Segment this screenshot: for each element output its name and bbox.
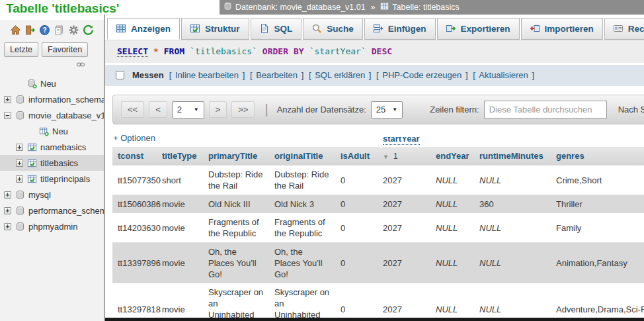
prev-page-button[interactable]: < [149,101,167,118]
sidebar-item-titleprincipals[interactable]: +titleprincipals [0,171,104,187]
sql-keyword-link[interactable]: SELECT [117,46,148,57]
cell-runtimeminutes[interactable]: NULL [474,283,551,321]
home-icon[interactable] [10,24,21,36]
cell-originaltitle[interactable]: Skyscraper on an Uninhabited Island 3 [269,283,335,321]
column-header-runtimeminutes[interactable]: runtimeMinutes [474,147,551,165]
cell-startyear[interactable]: 2027 [378,243,430,284]
column-header-genres[interactable]: genres [551,147,644,165]
cell-endyear[interactable]: NULL [430,165,474,195]
cell-genres[interactable]: Adventure,Drama,Sci-Fi [551,283,644,321]
link-inline-bearbeiten[interactable]: Inline bearbeiten [175,70,239,80]
cell-tconst[interactable]: tt14203630 [112,213,157,243]
cell-genres[interactable]: Animation,Fantasy [551,243,644,284]
expand-icon[interactable]: + [4,207,11,214]
sidebar-item-namebasics[interactable]: +namebasics [0,139,104,155]
sidebar-item-neu[interactable]: Neu [0,123,104,139]
collapse-icon[interactable]: − [4,112,11,119]
cell-isadult[interactable]: 0 [335,213,378,243]
help-icon[interactable]: ? [39,24,50,36]
tab-suche[interactable]: Suche [303,18,363,40]
cell-primarytitle[interactable]: Fragments of the Republic [203,213,269,243]
cell-isadult[interactable]: 0 [335,195,378,214]
cell-endyear[interactable]: NULL [430,213,474,243]
cell-runtimeminutes[interactable]: 360 [474,195,551,214]
sidebar-item-performance-schema[interactable]: +performance_schema [0,203,104,218]
cell-startyear[interactable]: 2027 [378,213,430,243]
cell-primarytitle[interactable]: Old Nick III [203,195,269,214]
link-bearbeiten[interactable]: Bearbeiten [256,70,298,80]
column-header-primarytitle[interactable]: primaryTitle [203,147,269,165]
cell-isadult[interactable]: 0 [335,243,378,284]
last-page-button[interactable]: >> [231,101,255,118]
profiling-checkbox[interactable] [116,71,124,79]
breadcrumb-database-link[interactable]: Datenbank: movie_database_v1.01 [235,3,366,12]
cell-titletype[interactable]: short [157,165,203,195]
records-count-select[interactable]: 25 ▼ [371,101,403,118]
cell-primarytitle[interactable]: Dubstep: Ride the Rail [203,165,269,195]
cell-startyear[interactable]: 2027 [378,165,430,195]
tab-struktur[interactable]: Struktur [181,18,249,40]
exit-icon[interactable] [24,24,36,36]
sidebar-item-phpmyadmin[interactable]: +phpmyadmin [0,218,104,234]
options-toggle-link[interactable]: + Optionen [113,133,155,143]
cell-originaltitle[interactable]: Oh, the Places You'll Go! [269,243,335,284]
cell-titletype[interactable]: movie [157,195,203,214]
cell-startyear[interactable]: 2027 [378,195,430,214]
tab-importieren[interactable]: Importieren [521,18,603,40]
expand-icon[interactable]: + [16,144,23,151]
cell-isadult[interactable]: 0 [335,165,378,195]
sidebar-item-neu[interactable]: Neu [0,75,104,91]
page-select[interactable]: 2 ▼ [172,101,204,118]
cell-endyear[interactable]: NULL [430,243,474,284]
link-aktualisieren[interactable]: Aktualisieren [479,70,528,80]
cell-primarytitle[interactable]: Oh, the Places You'll Go! [203,243,269,284]
cell-endyear[interactable]: NULL [430,195,474,214]
sidebar-item-movie-database-v1-01[interactable]: −movie_database_v1.01 [0,107,104,123]
sidebar-item-information-schema[interactable]: +information_schema [0,91,104,107]
column-header-startyear[interactable]: startYear▼1 [378,147,430,165]
cell-tconst[interactable]: tt15077350 [112,165,157,195]
column-header-originaltitle[interactable]: originalTitle [269,147,335,165]
cell-genres[interactable]: Crime,Short [551,165,644,195]
breadcrumb-table-link[interactable]: Tabelle: titlebasics [392,3,459,12]
cell-startyear[interactable]: 2027 [378,283,430,321]
cell-titletype[interactable]: movie [157,213,203,243]
cell-originaltitle[interactable]: Fragments of the Republic [269,213,335,243]
column-header-isadult[interactable]: isAdult [335,147,378,165]
favorite-tables-button[interactable]: Favoriten [42,42,88,57]
cell-tconst[interactable]: tt13297818 [112,283,157,321]
cell-runtimeminutes[interactable]: NULL [474,243,551,284]
expand-icon[interactable]: + [16,175,23,183]
cell-runtimeminutes[interactable]: NULL [474,165,551,195]
tab-einf-gen[interactable]: Einfügen [364,18,436,40]
sidebar-item-mysql[interactable]: +mysql [0,187,104,203]
docs-icon[interactable] [54,24,65,36]
column-header-titletype[interactable]: titleType [157,147,203,165]
column-header-tconst[interactable]: tconst [112,147,157,165]
cell-primarytitle[interactable]: Skyscraper on an Uninhabited Island 3 [203,283,269,321]
expand-icon[interactable]: + [4,223,11,230]
first-page-button[interactable]: << [121,101,144,118]
expand-icon[interactable]: + [16,160,23,167]
sidebar-item-titlebasics[interactable]: +titlebasics [0,155,104,171]
cell-tconst[interactable]: tt15060386 [112,195,157,214]
cell-endyear[interactable]: NULL [430,283,474,321]
recent-tables-button[interactable]: Letzte [4,42,38,57]
cell-genres[interactable]: Thriller [551,195,644,214]
expand-icon[interactable]: + [4,96,11,103]
cell-isadult[interactable]: 0 [335,283,378,321]
next-page-button[interactable]: > [209,101,227,118]
tab-sql[interactable]: SQL [251,18,302,40]
table-search-input[interactable] [484,101,607,118]
cell-titletype[interactable]: movie [157,243,203,284]
tab-rechte[interactable]: Rechte [604,18,644,40]
tab-exportieren[interactable]: Exportieren [437,18,520,40]
cell-originaltitle[interactable]: Old Nick 3 [269,195,335,214]
cell-tconst[interactable]: tt13397896 [112,243,157,284]
gear-icon[interactable] [68,24,79,36]
expand-icon[interactable]: + [4,191,11,199]
chain-link-icon[interactable] [76,60,85,70]
cell-runtimeminutes[interactable]: NULL [474,213,551,243]
cell-originaltitle[interactable]: Dubstep: Ride the Rail [269,165,335,195]
link-php-code-erzeugen[interactable]: PHP-Code erzeugen [382,70,462,80]
